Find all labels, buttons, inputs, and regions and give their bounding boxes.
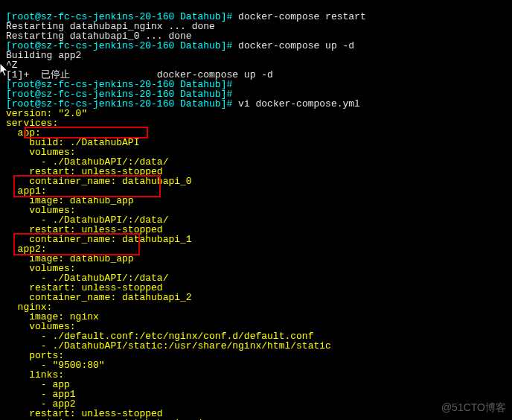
prompt-bracket-close: ]# — [221, 40, 238, 51]
cmd-vi: vi docker-compose.yml — [238, 98, 360, 109]
cmd-restart: docker-compose restart — [238, 11, 366, 22]
prompt-bracket-close: ]# — [221, 11, 238, 22]
cmd-up: docker-compose up -d — [238, 40, 354, 51]
terminal-output[interactable]: [root@sz-fc-cs-jenkins-20-160 Datahub]# … — [6, 2, 366, 420]
watermark-text: @51CTO博客 — [441, 403, 506, 413]
prompt-bracket-close: ]# — [221, 98, 238, 109]
